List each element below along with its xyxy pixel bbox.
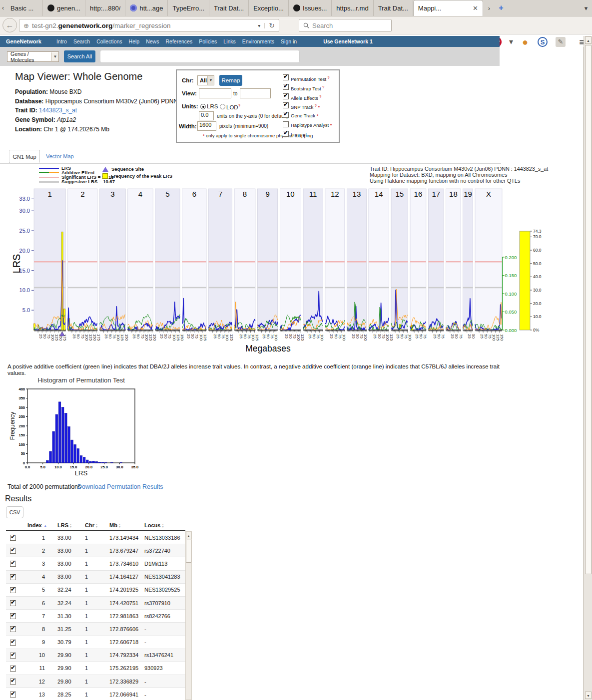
reload-icon[interactable]: ↻ xyxy=(265,21,279,29)
tab-close-icon[interactable]: ✕ xyxy=(473,4,478,12)
nav-link-sign-in[interactable]: Sign in xyxy=(281,38,297,44)
svg-text:75: 75 xyxy=(80,334,85,339)
svg-text:4: 4 xyxy=(138,190,142,198)
nav-link-search[interactable]: Search xyxy=(73,38,90,44)
select-caret-icon[interactable]: ▼ xyxy=(51,52,58,61)
search-all-button[interactable]: Search All xyxy=(64,50,95,62)
svg-text:17: 17 xyxy=(432,190,440,198)
browser-tab-9[interactable]: Trait Dat... xyxy=(374,0,413,16)
site-identity-icon[interactable]: ⊕ xyxy=(19,22,32,29)
nav-link-news[interactable]: News xyxy=(146,38,159,44)
row-checkbox[interactable] xyxy=(10,692,16,698)
chr-select-caret-icon[interactable]: ▼ xyxy=(207,76,214,85)
row-checkbox[interactable] xyxy=(10,640,16,646)
svg-text:75: 75 xyxy=(359,334,364,339)
page-scroll-down-icon[interactable]: ▼ xyxy=(585,692,592,699)
nav-link-collections[interactable]: Collections xyxy=(96,38,122,44)
browser-tab-6[interactable]: Exceptio... xyxy=(249,0,289,16)
view-start-input[interactable] xyxy=(199,88,231,98)
nav-link-environments[interactable]: Environments xyxy=(242,38,274,44)
table-scrollbar-thumb[interactable] xyxy=(186,540,191,563)
row-checkbox[interactable] xyxy=(10,679,16,685)
search-category-select[interactable]: Genes / Molecules ▼ xyxy=(7,51,59,62)
row-checkbox[interactable] xyxy=(10,587,16,593)
checkbox-gene-track[interactable] xyxy=(283,112,289,118)
addon-icon[interactable]: ● xyxy=(519,35,532,48)
browser-search-field[interactable]: Search xyxy=(299,19,392,32)
new-tab-icon[interactable]: + xyxy=(495,0,507,16)
browser-tab-0[interactable]: Basic ... xyxy=(6,0,43,16)
browser-tab-3[interactable]: htt...age xyxy=(125,0,168,16)
nav-link-references[interactable]: References xyxy=(165,38,192,44)
svg-text:50: 50 xyxy=(266,334,270,339)
browser-tab-5[interactable]: Trait Dat... xyxy=(209,0,249,16)
tab-scroll-right-icon[interactable]: › xyxy=(483,0,495,16)
column-header-chr[interactable]: Chr ▴▾ xyxy=(85,522,97,528)
tab-label: TypeErro... xyxy=(172,4,204,12)
abp-caret-icon[interactable]: ▾ xyxy=(505,35,518,48)
svg-text:125: 125 xyxy=(255,334,259,341)
nav-link-policies[interactable]: Policies xyxy=(199,38,217,44)
trait-id-link[interactable]: 1443823_s_at xyxy=(39,107,77,114)
row-checkbox[interactable] xyxy=(10,666,16,672)
checkbox-snp-track[interactable] xyxy=(283,102,289,108)
use-genenetwork1-link[interactable]: Use GeneNetwork 1 xyxy=(323,38,373,44)
row-checkbox[interactable] xyxy=(10,548,16,554)
svg-text:50: 50 xyxy=(163,334,168,339)
checkbox-bootstrap-test[interactable] xyxy=(283,84,289,90)
page-scrollbar-thumb[interactable] xyxy=(585,45,592,574)
remap-button[interactable]: Remap xyxy=(219,75,242,86)
nav-link-help[interactable]: Help xyxy=(129,38,140,44)
row-checkbox[interactable] xyxy=(10,600,16,606)
row-checkbox[interactable] xyxy=(10,626,16,632)
tab-scroll-left-icon[interactable]: ‹ xyxy=(0,0,6,16)
chr-select[interactable]: All ▼ xyxy=(197,75,214,85)
row-checkbox[interactable] xyxy=(10,653,16,659)
view-end-input[interactable] xyxy=(240,88,271,98)
genenetwork-brand[interactable]: GeneNetwork xyxy=(6,38,41,44)
row-checkbox[interactable] xyxy=(10,561,16,567)
tab-vector-map[interactable]: Vector Map xyxy=(46,153,74,159)
edit-addon-icon[interactable]: ✎ xyxy=(556,37,566,47)
row-checkbox[interactable] xyxy=(10,535,16,541)
back-button[interactable]: ← xyxy=(2,18,17,32)
checkbox-allele-effects[interactable] xyxy=(283,93,289,99)
column-header-lrs[interactable]: LRS ▴▾ xyxy=(57,522,71,528)
browser-tab-4[interactable]: TypeErro... xyxy=(168,0,209,16)
nav-link-links[interactable]: Links xyxy=(223,38,236,44)
results-table-scrollbar[interactable]: ▲ xyxy=(185,531,192,700)
csv-button[interactable]: CSV xyxy=(6,506,23,518)
download-permutation-link[interactable]: Download Permutation Results xyxy=(77,483,163,490)
units-lod-radio[interactable] xyxy=(220,104,225,109)
row-checkbox[interactable] xyxy=(10,613,16,619)
tab-list-caret-icon[interactable]: ▾ xyxy=(580,0,592,16)
page-scroll-up-icon[interactable]: ▲ xyxy=(585,36,592,44)
site-search-input[interactable] xyxy=(100,50,300,63)
url-bar[interactable]: ⊕ test-gn2.genenetwork.org/marker_regres… xyxy=(19,19,279,32)
nav-link-intro[interactable]: Intro xyxy=(56,38,67,44)
browser-tab-8[interactable]: https...r.md xyxy=(332,0,373,16)
url-subdomain: test-gn2. xyxy=(32,22,58,29)
column-header-index[interactable]: Index ▲ xyxy=(27,522,47,528)
browser-tab-10[interactable]: Mappi...✕ xyxy=(413,0,483,16)
browser-tab-2[interactable]: http:...880/ xyxy=(85,0,125,16)
x-axis-title: Megabases xyxy=(34,344,502,354)
width-input[interactable]: 1600 xyxy=(197,121,216,131)
browser-tab-7[interactable]: Issues... xyxy=(289,0,332,16)
table-scroll-up-icon[interactable]: ▲ xyxy=(186,532,191,539)
column-header-locus[interactable]: Locus ▴▾ xyxy=(144,522,163,528)
browser-tab-1[interactable]: genen... xyxy=(43,0,85,16)
checkbox-haplotype-analyst[interactable] xyxy=(283,121,289,127)
y-units-input[interactable]: 0.0 xyxy=(199,111,214,120)
page-scrollbar[interactable]: ▲ ▼ xyxy=(584,36,592,700)
units-lrs-radio[interactable] xyxy=(200,104,206,109)
checkbox-legend[interactable] xyxy=(283,131,289,137)
checkbox-permutation-test[interactable] xyxy=(283,74,289,80)
url-dropdown-caret-icon[interactable]: ▾ xyxy=(254,23,265,28)
svg-text:25: 25 xyxy=(262,334,266,339)
s-addon-icon[interactable]: S xyxy=(538,37,548,47)
cell-locus: rs8242766 xyxy=(144,613,170,619)
row-checkbox[interactable] xyxy=(10,574,16,580)
column-header-mb[interactable]: Mb ▴▾ xyxy=(109,522,120,528)
tab-gn1-map[interactable]: GN1 Map xyxy=(9,150,40,163)
